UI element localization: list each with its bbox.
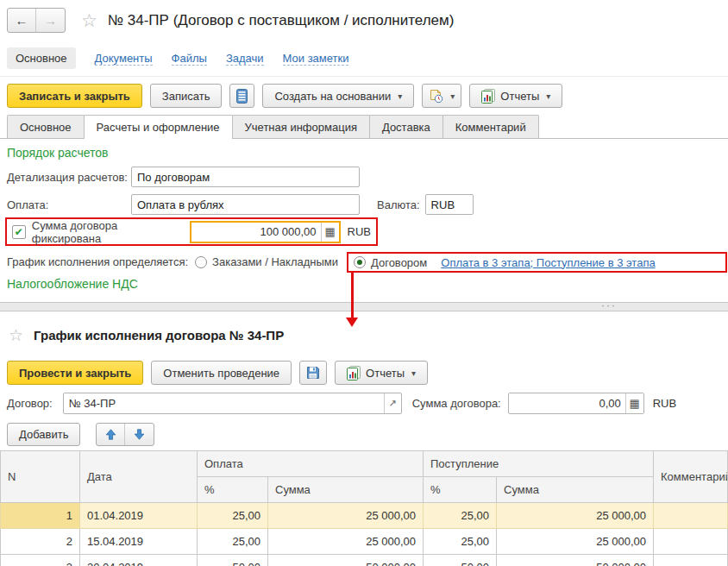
schedule-table: N Дата Оплата Поступление Комментарий % … [0, 450, 728, 566]
reports-button[interactable]: Отчеты ▾ [469, 84, 562, 108]
radio-orders-label: Заказами / Накладными [212, 255, 338, 268]
open-link-icon[interactable]: ↗ [384, 393, 401, 413]
favorite-star-icon[interactable]: ☆ [81, 10, 97, 31]
col-header-pay-sum[interactable]: Сумма [268, 477, 424, 503]
move-up-icon[interactable] [97, 424, 125, 445]
cell-date[interactable]: 15.04.2019 [80, 529, 198, 555]
fixed-sum-currency: RUB [348, 225, 371, 238]
create-based-on-button[interactable]: Создать на основании ▾ [262, 84, 414, 108]
post-close-button[interactable]: Провести и закрыть [7, 361, 143, 385]
cell-rec-sum[interactable]: 50 000,00 [497, 555, 654, 566]
cell-pay-sum[interactable]: 50 000,00 [268, 555, 424, 566]
splitter-grip-icon: ··· [601, 299, 617, 311]
contract-sum-label: Сумма договора: [412, 397, 501, 410]
contract-sum-currency: RUB [653, 397, 676, 410]
fixed-sum-checkbox[interactable]: ✔ [12, 225, 26, 239]
reports-label: Отчеты [500, 90, 539, 103]
chevron-down-icon: ▾ [411, 368, 416, 378]
table-row[interactable]: 3 30.04.2019 50,00 50 000,00 50,00 50 00… [1, 555, 728, 566]
col-header-receipt[interactable]: Поступление [424, 451, 654, 477]
tab-main[interactable]: Основное [7, 115, 85, 138]
reports-button-2[interactable]: Отчеты ▾ [335, 361, 428, 385]
schedule-label: График исполнения определяется: [7, 255, 188, 268]
add-row-button[interactable]: Добавить [7, 423, 80, 446]
cell-date[interactable]: 30.04.2019 [80, 555, 198, 566]
cell-pay-pct[interactable]: 25,00 [198, 529, 268, 555]
contract-field: № 34-ПР ↗ [63, 393, 402, 414]
cell-rec-pct[interactable]: 50,00 [424, 555, 497, 566]
cell-rec-sum[interactable]: 25 000,00 [497, 529, 654, 555]
calculator-icon[interactable]: ▦ [321, 223, 339, 242]
cell-pay-pct[interactable]: 25,00 [198, 503, 268, 529]
navlink-main[interactable]: Основное [7, 47, 76, 69]
detail-row: Детализация расчетов: По договорам [7, 167, 360, 187]
tab-comment[interactable]: Комментарий [442, 115, 539, 138]
detail-input[interactable]: По договорам [131, 167, 360, 187]
schedule-link[interactable]: Оплата в 3 этапа; Поступление в 3 этапа [441, 256, 655, 269]
navlink-files[interactable]: Файлы [172, 52, 207, 66]
radio-contract[interactable] [354, 256, 366, 268]
schedule-row: График исполнения определяется: Заказами… [7, 255, 338, 268]
cell-rec-pct[interactable]: 25,00 [424, 529, 497, 555]
col-header-rec-sum[interactable]: Сумма [497, 477, 654, 503]
move-down-icon[interactable] [125, 424, 154, 445]
section-payment-order: Порядок расчетов [7, 146, 109, 160]
cell-n[interactable]: 1 [1, 503, 80, 529]
document-clock-icon [429, 89, 443, 104]
toolbar-contract: Записать и закрыть Записать Создать на о… [7, 84, 562, 108]
tab-delivery[interactable]: Доставка [369, 115, 443, 138]
cell-rec-pct[interactable]: 25,00 [424, 503, 497, 529]
cell-n[interactable]: 2 [1, 529, 80, 555]
toolbar-schedule: Провести и закрыть Отменить проведение О… [7, 361, 428, 385]
calculator-icon[interactable]: ▦ [625, 393, 643, 413]
back-button[interactable]: ← [8, 9, 36, 32]
tab-accounting-info[interactable]: Учетная информация [232, 115, 370, 138]
cell-comment[interactable] [654, 529, 728, 555]
currency-input[interactable]: RUB [425, 194, 474, 215]
cell-pay-pct[interactable]: 50,00 [198, 555, 268, 566]
forward-button[interactable]: → [36, 9, 65, 32]
register-records-button[interactable] [229, 84, 254, 108]
move-row-buttons [96, 423, 154, 446]
tab-settlements[interactable]: Расчеты и оформление [84, 115, 233, 139]
cell-comment[interactable] [654, 555, 728, 566]
payment-input[interactable]: Оплата в рублях [131, 194, 360, 215]
cell-comment[interactable] [654, 503, 728, 529]
radio-contract-label: Договором [371, 256, 427, 269]
save-button[interactable]: Записать [150, 84, 223, 108]
table-row[interactable]: 2 15.04.2019 25,00 25 000,00 25,00 25 00… [1, 529, 728, 555]
navlink-tasks[interactable]: Задачи [226, 52, 264, 66]
contract-row: Договор: № 34-ПР ↗ Сумма договора: 0,00 … [7, 393, 721, 414]
col-header-rec-pct[interactable]: % [424, 477, 497, 503]
currency-label: Валюта: [377, 198, 420, 211]
save-icon-button[interactable] [299, 361, 327, 385]
cell-pay-sum[interactable]: 25 000,00 [268, 529, 424, 555]
fixed-sum-annotated-row: ✔ Сумма договора фиксирована 100 000,00 … [5, 217, 378, 246]
cell-n[interactable]: 3 [1, 555, 80, 566]
fixed-sum-input[interactable]: 100 000,00 [191, 223, 321, 242]
reminder-menu-button[interactable]: ▾ [422, 84, 461, 108]
navlink-documents[interactable]: Документы [95, 52, 153, 66]
col-header-comment[interactable]: Комментарий [654, 451, 728, 503]
window2-header: ☆ График исполнения договора № 34-ПР [9, 325, 284, 345]
navlink-notes[interactable]: Мои заметки [283, 52, 349, 66]
save-close-button[interactable]: Записать и закрыть [7, 84, 142, 108]
report-chart-icon [347, 366, 361, 380]
window-splitter[interactable]: ··· [0, 302, 728, 311]
col-header-n[interactable]: N [1, 451, 80, 503]
col-header-pay-pct[interactable]: % [198, 477, 268, 503]
tab-bar: Основное Расчеты и оформление Учетная ин… [0, 115, 728, 139]
cell-pay-sum[interactable]: 25 000,00 [268, 503, 424, 529]
cancel-posting-button[interactable]: Отменить проведение [151, 361, 292, 385]
cell-date[interactable]: 01.04.2019 [80, 503, 198, 529]
col-header-date[interactable]: Дата [80, 451, 198, 503]
detail-label: Детализация расчетов: [7, 171, 131, 184]
favorite-star-icon[interactable]: ☆ [9, 325, 23, 345]
radio-orders[interactable] [195, 256, 207, 268]
table-row[interactable]: 1 01.04.2019 25,00 25 000,00 25,00 25 00… [1, 503, 728, 529]
history-nav: ← → [7, 8, 66, 33]
col-header-payment[interactable]: Оплата [198, 451, 424, 477]
cell-rec-sum[interactable]: 25 000,00 [497, 503, 654, 529]
contract-input[interactable]: № 34-ПР [64, 393, 384, 413]
contract-sum-input[interactable]: 0,00 [509, 393, 625, 413]
